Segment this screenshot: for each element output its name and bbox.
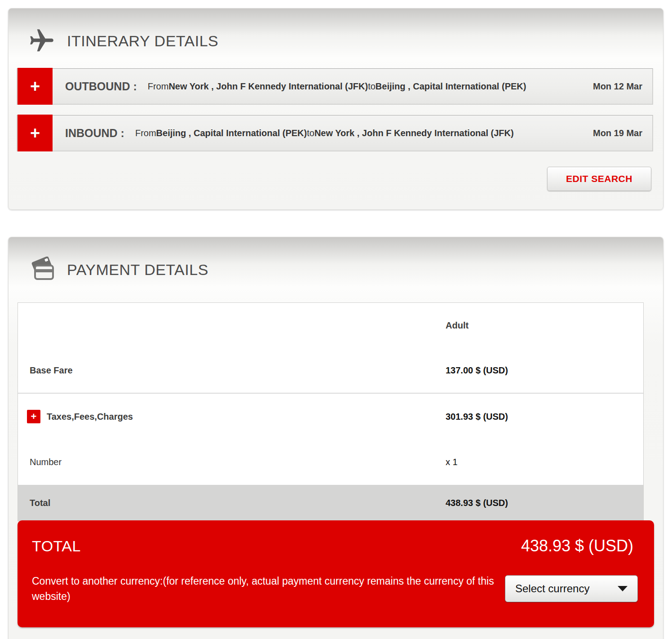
subtotal-row: Total 438.93 $ (USD) (18, 485, 643, 521)
currency-select[interactable]: Select currency (505, 575, 638, 602)
currency-select-label: Select currency (515, 582, 589, 595)
table-header-row: Adult (18, 303, 643, 348)
grand-total-label: TOTAL (32, 537, 81, 555)
taxes-row: + Taxes,Fees,Charges 301.93 $ (USD) (18, 394, 643, 439)
route-text: From (148, 80, 169, 93)
inbound-row: + INBOUND : From Beijing , Capital Inter… (17, 115, 653, 151)
outbound-route: From New York , John F Kennedy Internati… (148, 69, 568, 104)
number-label: Number (18, 457, 446, 467)
chevron-down-icon (618, 586, 628, 591)
grand-total-row: TOTAL 438.93 $ (USD) (32, 537, 654, 555)
route-text: to (368, 80, 376, 93)
airplane-icon (27, 27, 56, 55)
subtotal-label: Total (18, 498, 446, 508)
plus-icon: + (30, 78, 40, 95)
edit-search-button[interactable]: EDIT SEARCH (547, 167, 651, 191)
convert-note: Convert to another currency:(for referen… (32, 573, 499, 604)
expand-inbound-button[interactable]: + (18, 115, 53, 151)
passenger-type-header: Adult (446, 320, 643, 331)
currency-convert-row: Convert to another currency:(for referen… (32, 573, 654, 604)
base-fare-row: Base Fare 137.00 $ (USD) (18, 348, 643, 393)
route-destination: Beijing , Capital International (PEK) (376, 80, 526, 93)
expand-outbound-button[interactable]: + (18, 68, 53, 105)
itinerary-title: ITINERARY DETAILS (67, 32, 218, 50)
outbound-date: Mon 12 Mar (585, 69, 652, 104)
grand-total-value: 438.93 $ (USD) (521, 537, 654, 555)
number-value: x 1 (446, 457, 643, 467)
route-destination: New York , John F Kennedy International … (314, 127, 514, 139)
base-fare-value: 137.00 $ (USD) (446, 365, 643, 376)
payment-panel: PAYMENT DETAILS Adult Base Fare 137.00 $… (8, 237, 663, 639)
itinerary-panel: ITINERARY DETAILS + OUTBOUND : From New … (8, 8, 663, 210)
itinerary-header: ITINERARY DETAILS (9, 9, 663, 55)
route-origin: New York , John F Kennedy International … (168, 80, 368, 93)
route-text: to (307, 127, 314, 139)
outbound-row: + OUTBOUND : From New York , John F Kenn… (17, 68, 653, 105)
inbound-date: Mon 19 Mar (585, 115, 652, 151)
plus-icon: + (30, 124, 40, 142)
inbound-route: From Beijing , Capital International (PE… (135, 115, 555, 151)
taxes-label-cell: + Taxes,Fees,Charges (18, 410, 446, 423)
credit-cards-icon (27, 255, 56, 284)
route-origin: Beijing , Capital International (PEK) (156, 127, 307, 139)
outbound-label: OUTBOUND : (53, 69, 148, 104)
payment-header: PAYMENT DETAILS (9, 237, 663, 284)
inbound-label: INBOUND : (53, 115, 135, 151)
taxes-value: 301.93 $ (USD) (446, 412, 643, 422)
number-row: Number x 1 (18, 439, 643, 485)
fare-table: Adult Base Fare 137.00 $ (USD) + Taxes,F… (18, 302, 644, 521)
route-text: From (135, 127, 156, 139)
payment-title: PAYMENT DETAILS (67, 261, 208, 279)
subtotal-value: 438.93 $ (USD) (446, 498, 643, 508)
taxes-label: Taxes,Fees,Charges (47, 412, 133, 422)
expand-taxes-button[interactable]: + (27, 410, 40, 423)
grand-total-banner: TOTAL 438.93 $ (USD) Convert to another … (18, 520, 654, 627)
base-fare-label: Base Fare (18, 365, 446, 376)
